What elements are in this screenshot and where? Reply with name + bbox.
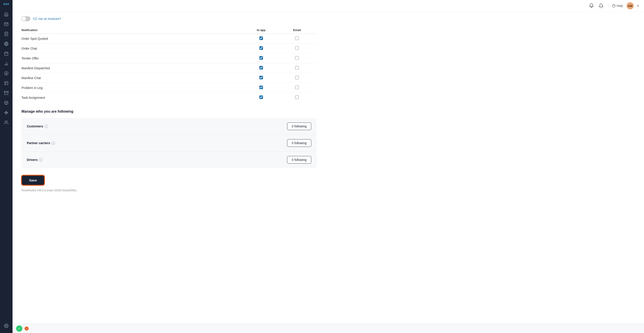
email-checkbox[interactable] (295, 86, 299, 89)
inapp-checkbox[interactable] (260, 66, 263, 69)
following-label-text-partner-carriers: Partner carriers (27, 141, 50, 145)
inapp-checkbox-cell (245, 63, 281, 73)
notification-label: Task Assignment (22, 93, 245, 103)
svg-point-31 (6, 326, 7, 327)
bell-icon[interactable] (598, 2, 605, 9)
inapp-checkbox-cell (245, 83, 281, 93)
following-section: Customersi0 followingPartner carriersi0 … (22, 118, 317, 168)
following-label-text-customers: Customers (27, 124, 43, 128)
col-inapp-header: In-app (245, 26, 281, 34)
inapp-checkbox-cell (245, 43, 281, 53)
version-text: RoseRocket 148.0.6 (main-26150-52ae9206c… (22, 189, 317, 192)
cc-me-label: CC me on invoices? (33, 17, 61, 20)
sidebar-item-reports[interactable] (2, 79, 11, 88)
notification-label: Manifest Chat (22, 73, 245, 83)
inapp-checkbox-cell (245, 34, 281, 43)
sidebar: ANA (0, 0, 12, 333)
email-checkbox[interactable] (295, 46, 299, 50)
save-button[interactable]: Save (22, 175, 44, 185)
following-label-customers: Customersi (27, 124, 287, 128)
svg-point-24 (5, 112, 5, 113)
inapp-checkbox[interactable] (260, 86, 263, 89)
sidebar-item-calendar[interactable] (2, 49, 11, 58)
status-bar: ✓ 3 (12, 324, 644, 333)
sidebar-item-settings[interactable] (2, 321, 11, 330)
inapp-checkbox[interactable] (260, 36, 263, 40)
following-label-drivers: Driversi (27, 158, 287, 162)
sidebar-item-globe[interactable] (2, 39, 11, 48)
sidebar-item-dollar[interactable] (2, 69, 11, 78)
table-row: Tender Offer (22, 53, 317, 63)
sidebar-item-cube[interactable] (2, 98, 11, 107)
header-divider (608, 3, 608, 8)
following-info-icon-customers[interactable]: i (44, 124, 48, 128)
inbox-icon-header[interactable] (589, 3, 594, 9)
top-header: Help AW ▾ (12, 0, 644, 12)
following-row-partner-carriers: Partner carriersi0 following (22, 135, 317, 152)
sidebar-item-orders[interactable] (2, 29, 11, 38)
notification-label: Problem in Leg (22, 83, 245, 93)
svg-rect-17 (5, 82, 8, 85)
email-checkbox[interactable] (295, 56, 299, 60)
help-link[interactable]: Help (612, 4, 623, 7)
inapp-checkbox[interactable] (260, 76, 263, 79)
notification-label: Order Chat (22, 43, 245, 53)
sidebar-item-box[interactable] (2, 88, 11, 97)
sidebar-item-inbox[interactable] (2, 20, 11, 29)
cc-me-toggle[interactable] (22, 16, 30, 21)
sidebar-item-home[interactable] (2, 10, 11, 19)
svg-rect-7 (5, 52, 8, 55)
inapp-checkbox[interactable] (260, 95, 263, 99)
following-section-heading: Manage who you are following (22, 109, 317, 113)
following-btn-drivers[interactable]: 0 following (287, 156, 311, 164)
email-checkbox-cell (281, 43, 317, 53)
notifications-table: Notification In-app Email Order Spot Quo… (22, 26, 317, 102)
email-checkbox-cell (281, 93, 317, 103)
brand-logo: ANA (3, 3, 10, 5)
following-row-customers: Customersi0 following (22, 118, 317, 135)
svg-point-22 (6, 111, 6, 112)
following-label-text-drivers: Drivers (27, 158, 38, 162)
inapp-checkbox-cell (245, 93, 281, 103)
cc-me-row: CC me on invoices? (22, 16, 317, 21)
email-checkbox[interactable] (295, 95, 299, 99)
following-info-icon-drivers[interactable]: i (39, 158, 42, 162)
table-row: Order Chat (22, 43, 317, 53)
email-checkbox-cell (281, 83, 317, 93)
table-row: Manifest Dispatched (22, 63, 317, 73)
inapp-checkbox[interactable] (260, 56, 263, 60)
table-row: Manifest Chat (22, 73, 317, 83)
sidebar-item-team[interactable] (2, 118, 11, 127)
sidebar-item-integrations[interactable] (2, 108, 11, 117)
email-checkbox[interactable] (295, 36, 299, 40)
main-content: CC me on invoices? Notification In-app E… (12, 12, 644, 333)
svg-point-30 (5, 121, 6, 122)
following-btn-customers[interactable]: 0 following (287, 122, 311, 130)
col-notification-header: Notification (22, 26, 245, 34)
svg-point-21 (6, 112, 7, 113)
notification-label: Manifest Dispatched (22, 63, 245, 73)
notification-label: Tender Offer (22, 53, 245, 63)
sidebar-item-chart[interactable] (2, 59, 11, 68)
email-checkbox[interactable] (295, 76, 299, 79)
status-dot: ✓ (16, 326, 22, 332)
following-label-partner-carriers: Partner carriersi (27, 141, 287, 145)
following-btn-partner-carriers[interactable]: 0 following (287, 139, 311, 147)
inapp-checkbox-cell (245, 53, 281, 63)
notification-label: Order Spot Quoted (22, 34, 245, 43)
user-avatar[interactable]: AW (626, 2, 634, 9)
following-info-icon-partner-carriers[interactable]: i (52, 141, 55, 145)
email-checkbox-cell (281, 73, 317, 83)
status-count: 3 (24, 327, 28, 331)
email-checkbox[interactable] (295, 66, 299, 69)
following-row-drivers: Driversi0 following (22, 152, 317, 168)
svg-point-25 (7, 112, 8, 113)
email-checkbox-cell (281, 63, 317, 73)
col-email-header: Email (281, 26, 317, 34)
table-row: Order Spot Quoted (22, 34, 317, 43)
svg-rect-18 (4, 91, 8, 92)
svg-point-23 (6, 113, 6, 114)
inapp-checkbox-cell (245, 73, 281, 83)
inapp-checkbox[interactable] (260, 46, 263, 50)
avatar-chevron-icon[interactable]: ▾ (637, 4, 639, 7)
